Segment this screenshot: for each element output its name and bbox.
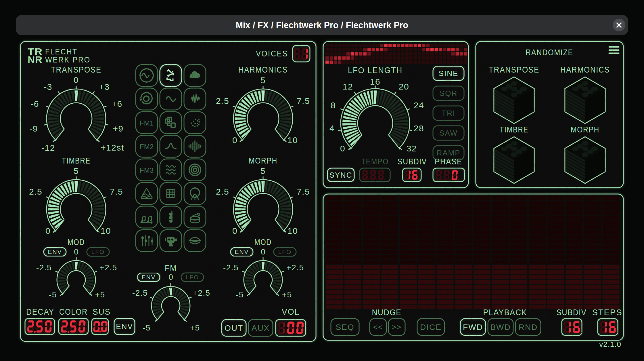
svg-text:Mix / FX / Flechtwerk Pro / Fl: Mix / FX / Flechtwerk Pro / Flechtwerk P… — [236, 20, 408, 30]
svg-text:v2.1.0: v2.1.0 — [599, 340, 621, 349]
